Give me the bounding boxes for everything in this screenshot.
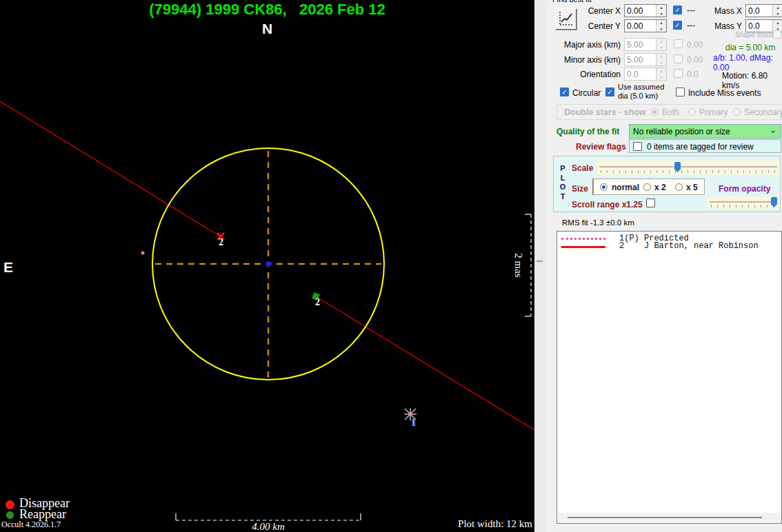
center-point	[265, 261, 271, 267]
size-option-group: normal x 2 x 5	[592, 178, 705, 195]
include-miss-checkbox[interactable]	[676, 88, 685, 96]
spin-up-icon: ▲	[656, 68, 666, 74]
minor-axis-aux: 0.00	[687, 55, 703, 65]
observed-chord-swatch	[561, 246, 605, 248]
spin-down-icon: ▼	[656, 11, 666, 17]
east-label: E	[3, 259, 13, 276]
size-x5-radio[interactable]	[675, 183, 683, 191]
chord-list-hscrollbar[interactable]	[558, 513, 781, 522]
occultation-plot-area[interactable]: (79944) 1999 CK86, 2026 Feb 12 N E 2 2 1…	[0, 0, 534, 532]
motion-readout: Motion: 6.80 km/s	[722, 71, 782, 90]
mass-y-label: Mass Y	[714, 21, 742, 31]
spin-down-icon: ▼	[773, 11, 782, 17]
chord-line-before	[0, 101, 220, 236]
chord-row-observed: 2 J Barton, near Robinson	[619, 242, 759, 250]
double-stars-label: Double stars - show	[564, 108, 646, 117]
hscrollbar-thumb[interactable]	[568, 517, 762, 518]
double-primary-radio	[688, 108, 696, 116]
reappear-legend-dot	[6, 511, 14, 519]
double-both-label: Both	[662, 108, 679, 117]
minor-axis-checkbox	[674, 54, 683, 63]
major-axis-label: Major axis (km)	[564, 40, 621, 50]
plot-width-label: Plot width: 12 km	[428, 518, 532, 530]
quality-value: No reliable position or size	[633, 127, 730, 136]
field-star-dot	[141, 252, 145, 255]
orientation-label: Orientation	[564, 70, 621, 79]
occult-app-window: (79944) 1999 CK86, 2026 Feb 12 N E 2 2 1…	[0, 0, 782, 532]
star-number: 1	[412, 418, 417, 429]
plot-canvas	[0, 0, 534, 532]
minor-axis-spinner: 5.00 ▲▼	[624, 53, 667, 66]
review-flags-field: 0 items are tagged for review	[629, 139, 781, 153]
form-opacity-label: Form opacity	[719, 184, 770, 194]
center-x-fit-checkbox[interactable]: ✓	[673, 6, 682, 14]
scale-bar-label: 4.00 km	[176, 521, 361, 532]
center-y-label: Center Y	[564, 21, 621, 31]
find-best-fit-label: Find best fit	[552, 0, 592, 3]
spin-up-icon: ▲	[656, 39, 666, 45]
app-version: Occult 4.2026.1.7	[1, 520, 61, 530]
double-secondary-radio	[733, 108, 741, 116]
star-marker-center	[408, 412, 412, 416]
major-axis-checkbox	[674, 39, 683, 48]
size-x5-label: x 5	[686, 183, 698, 192]
use-assumed-checkbox[interactable]: ✓	[605, 88, 614, 96]
major-axis-spinner: 5.00 ▲▼	[624, 38, 667, 51]
center-y-spinner[interactable]: 0.00 ▲▼	[624, 19, 667, 32]
disappear-chord-number: 2	[219, 237, 223, 248]
quality-label: Quality of the fit	[557, 127, 619, 136]
review-flags-label: Review flags	[576, 142, 626, 152]
scroll-range-checkbox[interactable]	[646, 198, 655, 207]
spin-down-icon: ▼	[656, 74, 666, 81]
use-assumed-label: Use assumeddia (5.0 km)	[618, 83, 664, 101]
mass-x-spinner[interactable]: 0.0 ▲▼	[745, 4, 782, 17]
fit-control-panel: Find best fit Center X 0.00 ▲▼ ✓ --- Mas…	[545, 0, 782, 532]
double-stars-group: Double stars - show Both Primary Seconda…	[557, 104, 781, 120]
vertical-scale-bar	[525, 214, 531, 316]
scale-label: Scale	[572, 163, 593, 173]
spin-up-icon: ▲	[773, 20, 782, 26]
mass-x-spin-buttons[interactable]: ▲▼	[772, 5, 782, 17]
spin-down-icon: ▼	[656, 45, 666, 51]
spin-down-icon: ▼	[656, 26, 666, 32]
check-icon: ✓	[561, 88, 567, 96]
shape-model-label: Shape model	[735, 31, 776, 39]
center-y-dash: ---	[687, 21, 695, 30]
orientation-checkbox	[674, 69, 683, 78]
scale-slider[interactable]	[596, 161, 780, 174]
ab-dmag-readout: a/b: 1.00, dMag: 0.00	[713, 53, 782, 72]
orientation-aux: 0.0	[687, 70, 699, 79]
reappear-chord-number: 2	[315, 297, 320, 308]
double-primary-label: Primary	[699, 108, 728, 117]
spin-down-icon: ▼	[656, 60, 666, 66]
vertical-scale-label: 2 mas	[513, 248, 524, 283]
double-both-radio	[651, 108, 659, 116]
size-x2-radio[interactable]	[643, 183, 651, 191]
plot-title: (79944) 1999 CK86, 2026 Feb 12	[0, 1, 534, 19]
quality-dropdown[interactable]: No reliable position or size ⌄	[629, 124, 781, 139]
shape-model-checkbox[interactable]	[773, 30, 781, 39]
chord-list[interactable]: 1(P) Predicted 2 J Barton, near Robinson	[557, 231, 782, 524]
splitter-grip	[537, 260, 543, 262]
panel-splitter[interactable]	[534, 0, 545, 532]
size-normal-radio[interactable]	[600, 183, 608, 191]
north-label: N	[0, 21, 534, 37]
circular-label: Circular	[572, 88, 601, 98]
spin-up-icon: ▲	[656, 20, 666, 26]
check-icon: ✓	[674, 6, 680, 14]
major-axis-aux: 0.00	[687, 40, 703, 50]
center-y-spin-buttons[interactable]: ▲▼	[656, 20, 666, 32]
center-x-spin-buttons[interactable]: ▲▼	[656, 5, 666, 17]
circular-checkbox[interactable]: ✓	[560, 88, 569, 96]
spin-up-icon: ▲	[773, 5, 782, 11]
size-normal-label: normal	[612, 183, 639, 192]
review-flags-checkbox[interactable]	[633, 142, 642, 151]
size-x2-label: x 2	[654, 183, 666, 192]
disappear-legend-dot	[6, 500, 14, 509]
center-y-fit-checkbox[interactable]: ✓	[673, 21, 682, 30]
include-miss-label: Include Miss events	[688, 88, 761, 98]
spin-up-icon: ▲	[656, 5, 666, 11]
predicted-chord-swatch	[561, 238, 605, 240]
center-x-spinner[interactable]: 0.00 ▲▼	[624, 4, 667, 17]
form-opacity-slider[interactable]	[707, 196, 779, 209]
